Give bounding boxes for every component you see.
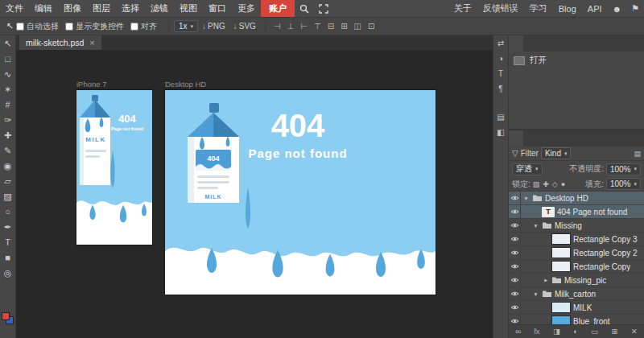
menu-item[interactable]: 滤镜 xyxy=(145,0,174,17)
layer-row[interactable]: ▼ T Rectangle Copy xyxy=(509,260,644,274)
menu-item[interactable]: 更多 xyxy=(232,0,261,17)
delete-layer-icon[interactable]: ✕ xyxy=(631,328,638,336)
visibility-eye-icon[interactable] xyxy=(509,301,521,314)
panel-tab[interactable] xyxy=(509,35,523,52)
lock-transparency-icon[interactable]: ▨ xyxy=(533,180,540,188)
adjustment-layer-icon[interactable]: ◐ xyxy=(573,328,578,336)
layer-row[interactable]: ▼ T Rectangle Copy 3 xyxy=(509,233,644,246)
eraser-tool[interactable]: ▱ xyxy=(0,174,16,189)
layer-row[interactable]: ▼ T Missing_pic xyxy=(509,274,644,287)
opacity-select[interactable]: 100% ▾ xyxy=(606,163,641,175)
adjustments-panel-icon[interactable]: ◑ xyxy=(498,55,503,63)
type-tool[interactable]: T xyxy=(0,235,16,250)
menu-item[interactable]: 窗口 xyxy=(203,0,232,17)
eyedropper-tool[interactable]: ✑ xyxy=(0,113,16,128)
menu-item[interactable]: 图层 xyxy=(87,0,116,17)
distribute-horizontal-icon[interactable]: ◫ xyxy=(351,22,365,31)
layer-row[interactable]: ▼ T Blue_front xyxy=(509,315,644,324)
menu-link[interactable]: 关于 xyxy=(448,0,477,17)
export-button[interactable]: ↓ SVG xyxy=(229,22,260,31)
layer-row[interactable]: ▼ T Missing xyxy=(509,219,644,233)
visibility-eye-icon[interactable] xyxy=(509,205,521,218)
history-entry[interactable]: 打开 xyxy=(509,53,644,68)
artboard-iphone[interactable]: MILK 404 Page not found xyxy=(76,90,152,245)
crop-tool[interactable]: # xyxy=(0,97,16,113)
menu-item[interactable]: 文件 xyxy=(0,0,29,17)
wand-tool[interactable]: ✶ xyxy=(0,82,16,97)
visibility-eye-icon[interactable] xyxy=(509,233,521,245)
layer-row[interactable]: ▼ T MILK xyxy=(509,301,644,315)
link-layers-icon[interactable]: ∞ xyxy=(515,328,521,336)
canvas-area[interactable]: iPhone 7 xyxy=(16,50,493,338)
expand-collapse-icon[interactable]: ▼ xyxy=(532,291,539,297)
checkbox-input[interactable] xyxy=(16,23,24,31)
visibility-eye-icon[interactable] xyxy=(509,219,521,232)
lasso-tool[interactable]: ∿ xyxy=(0,67,16,82)
align-center-horizontal-icon[interactable]: ⊥ xyxy=(284,22,298,31)
menu-link[interactable]: 学习 xyxy=(524,0,553,17)
blend-mode-select[interactable]: 穿透 ▾ xyxy=(512,163,543,175)
toolbar-checkbox[interactable]: 对齐 xyxy=(130,21,157,32)
menu-link[interactable]: API xyxy=(582,0,608,17)
toolbar-checkbox[interactable]: 显示变换控件 xyxy=(65,21,124,32)
info-panel-icon[interactable]: ▤ xyxy=(497,113,504,122)
checkbox-input[interactable] xyxy=(130,23,138,31)
blur-tool[interactable]: ○ xyxy=(0,204,16,220)
zoom-select[interactable]: 1x ▾ xyxy=(174,20,198,32)
visibility-eye-icon[interactable] xyxy=(509,287,521,300)
lock-pixels-icon[interactable]: ✚ xyxy=(543,180,549,188)
menu-link[interactable]: Blog xyxy=(553,0,582,17)
align-top-icon[interactable]: ⊤ xyxy=(311,22,324,31)
account-button[interactable]: 账户 xyxy=(261,0,295,17)
menu-item[interactable]: 视图 xyxy=(174,0,203,17)
paragraph-panel-icon[interactable]: ¶ xyxy=(498,85,502,93)
artboard-desktop[interactable]: 404 MILK 404 Page not found xyxy=(165,90,436,295)
layer-row[interactable]: ▼ T Desktop HD xyxy=(509,192,644,205)
panel-tab[interactable] xyxy=(523,130,538,146)
align-right-icon[interactable]: ⊢ xyxy=(297,22,311,31)
visibility-eye-icon[interactable] xyxy=(509,315,521,324)
shape-tool[interactable]: ■ xyxy=(0,250,16,266)
export-button[interactable]: ↓ PNG xyxy=(198,22,229,31)
marquee-tool[interactable]: □ xyxy=(0,52,16,67)
align-bottom-icon[interactable]: ⊞ xyxy=(337,22,350,31)
layer-effects-icon[interactable]: fx xyxy=(534,328,539,336)
panel-tab[interactable] xyxy=(538,130,552,146)
align-left-icon[interactable]: ⊣ xyxy=(270,22,284,31)
layer-row[interactable]: ▼ T Rectangle Copy 2 xyxy=(509,246,644,260)
new-layer-icon[interactable]: ⊞ xyxy=(612,328,618,336)
brush-tool[interactable]: ✎ xyxy=(0,143,16,159)
visibility-eye-icon[interactable] xyxy=(509,274,521,286)
properties-panel-icon[interactable]: ⇄ xyxy=(497,39,504,47)
user-icon[interactable]: ☻ xyxy=(608,0,627,17)
artboard-label-desktop[interactable]: Desktop HD xyxy=(165,80,206,89)
spot-heal-tool[interactable]: ✚ xyxy=(0,128,16,143)
checkbox-input[interactable] xyxy=(65,23,73,31)
menu-link[interactable]: 反馈错误 xyxy=(477,0,524,17)
new-group-icon[interactable]: ▭ xyxy=(591,328,598,336)
distribute-vertical-icon[interactable]: ⊡ xyxy=(365,22,378,31)
visibility-eye-icon[interactable] xyxy=(509,260,521,273)
menu-item[interactable]: 编辑 xyxy=(29,0,58,17)
character-panel-icon[interactable]: T xyxy=(498,70,503,78)
move-tool[interactable]: ↖ xyxy=(0,36,16,52)
expand-collapse-icon[interactable]: ▼ xyxy=(532,223,539,229)
pen-tool[interactable]: ✒ xyxy=(0,220,16,235)
filter-kind-select[interactable]: Kind ▾ xyxy=(541,147,572,159)
close-icon[interactable]: × xyxy=(89,38,94,47)
layer-mask-icon[interactable]: ◨ xyxy=(553,328,560,336)
layer-row[interactable]: ▼ T Milk_carton xyxy=(509,287,644,301)
gradient-tool[interactable]: ▨ xyxy=(0,189,16,204)
visibility-eye-icon[interactable] xyxy=(509,246,521,259)
document-tab[interactable]: milk-sketch.psd × xyxy=(19,35,101,50)
artboard-label-iphone[interactable]: iPhone 7 xyxy=(76,80,107,89)
search-icon[interactable] xyxy=(295,0,314,17)
expand-collapse-icon[interactable]: ▼ xyxy=(522,196,530,201)
lock-position-icon[interactable]: ◇ xyxy=(552,180,558,188)
fullscreen-icon[interactable] xyxy=(314,0,333,17)
navigator-panel-icon[interactable]: ◧ xyxy=(497,129,504,137)
panel-tab[interactable] xyxy=(523,35,538,52)
expand-collapse-icon[interactable]: ▼ xyxy=(543,277,548,284)
zoom-tool[interactable]: ◎ xyxy=(0,266,16,281)
toolbar-checkbox[interactable]: 自动选择 xyxy=(16,21,59,32)
